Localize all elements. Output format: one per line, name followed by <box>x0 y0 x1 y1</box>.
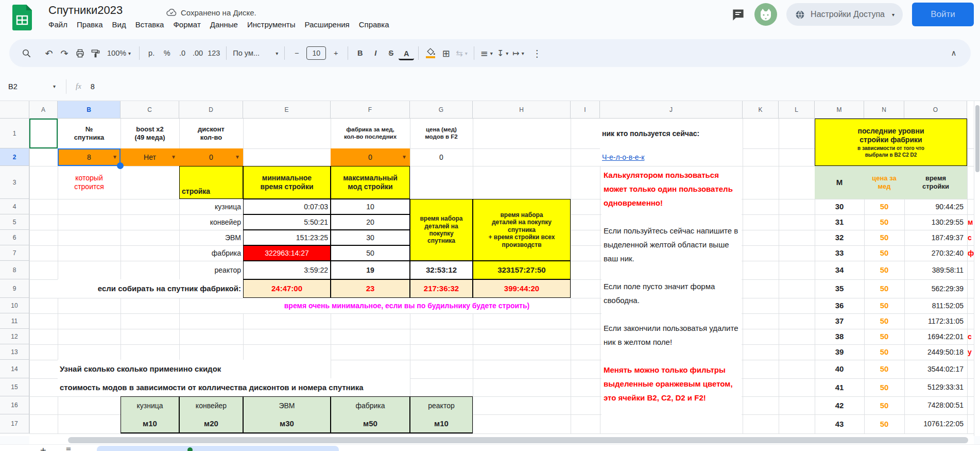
build-time[interactable]: 151:23:25 <box>243 230 331 245</box>
menu-справка[interactable]: Справка <box>354 19 394 30</box>
build-mod[interactable]: 20 <box>331 214 410 230</box>
build-time[interactable]: 3:59:22 <box>243 261 331 279</box>
column-header-E[interactable]: E <box>243 101 331 119</box>
strikethrough-button[interactable]: S <box>383 44 399 62</box>
level-m-41[interactable]: 41 <box>815 378 864 396</box>
document-title[interactable]: Спутники2023 <box>48 4 123 17</box>
menu-правка[interactable]: Правка <box>72 19 108 30</box>
row-header-1[interactable]: 1 <box>0 119 29 148</box>
mods-header-0[interactable]: кузница <box>121 396 179 414</box>
formula-input[interactable]: 8 <box>91 82 95 91</box>
collapse-toolbar-icon[interactable]: ∧ <box>946 44 961 62</box>
level-m-42[interactable]: 42 <box>815 396 864 414</box>
level-time[interactable]: 90:44:25 <box>904 199 967 214</box>
cell-j1-nick-label[interactable]: ник кто пользуется сейчас: <box>600 119 743 148</box>
level-price[interactable]: 50 <box>864 329 904 344</box>
row-header-6[interactable]: 6 <box>0 230 29 245</box>
row-header-17[interactable]: 17 <box>0 414 29 433</box>
level-time[interactable]: 562:29:39 <box>904 279 967 298</box>
level-time[interactable]: 389:58:11 <box>904 261 967 279</box>
cell-f9[interactable]: 23 <box>331 279 410 298</box>
build-time[interactable]: 0:07:03 <box>243 199 331 214</box>
level-time[interactable]: 10761:22:05 <box>904 414 967 433</box>
cell-d3[interactable]: стройка <box>179 166 243 199</box>
selection-fill-handle[interactable] <box>117 162 124 169</box>
paint-format-icon[interactable] <box>88 44 103 62</box>
row-header-3[interactable]: 3 <box>0 166 29 199</box>
build-name-ЭВМ[interactable]: ЭВМ <box>179 230 243 245</box>
level-m-32[interactable]: 32 <box>815 230 864 245</box>
cell-c1[interactable]: boost x2 (49 меда) <box>121 119 179 148</box>
cell-e3[interactable]: минимальное время стройки <box>243 166 331 199</box>
bold-button[interactable]: B <box>352 44 368 62</box>
column-header-I[interactable]: I <box>571 101 600 119</box>
name-box[interactable]: B2 ▾ <box>0 82 61 91</box>
row-header-4[interactable]: 4 <box>0 199 29 214</box>
level-price[interactable]: 50 <box>864 261 904 279</box>
italic-button[interactable]: I <box>368 44 383 62</box>
row-header-8[interactable]: 8 <box>0 261 29 279</box>
level-time[interactable]: 1172:31:05 <box>904 313 967 329</box>
column-header-K[interactable]: K <box>743 101 779 119</box>
cell-e9[interactable]: 24:47:00 <box>243 279 331 298</box>
cell-f3[interactable]: максимальный мод стройки <box>331 166 410 199</box>
column-header-C[interactable]: C <box>121 101 179 119</box>
levels-table-title[interactable]: последние уровни стройки фабрикив зависи… <box>815 119 967 166</box>
build-name-конвейер[interactable]: конвейер <box>179 214 243 230</box>
menu-вставка[interactable]: Вставка <box>131 19 169 30</box>
level-price[interactable]: 50 <box>864 414 904 433</box>
menu-вид[interactable]: Вид <box>108 19 131 30</box>
more-formats-button[interactable]: 123 <box>205 44 222 62</box>
column-header-D[interactable]: D <box>179 101 243 119</box>
cell-d1[interactable]: дисконт кол-во <box>179 119 243 148</box>
level-time[interactable]: 3544:02:17 <box>904 360 967 378</box>
cell-j3-notice-block[interactable]: Калькулятором пользоваться может только … <box>601 168 742 419</box>
level-price[interactable]: 50 <box>864 378 904 396</box>
column-header-H[interactable]: H <box>473 101 571 119</box>
row-header-15[interactable]: 15 <box>0 378 29 396</box>
active-sheet-tab[interactable] <box>97 446 339 451</box>
row-header-13[interactable]: 13 <box>0 344 29 360</box>
cell-b3[interactable]: который строится <box>58 166 121 199</box>
build-mod[interactable]: 10 <box>331 199 410 214</box>
currency-format-button[interactable]: р. <box>144 44 159 62</box>
mods-header-1[interactable]: конвейер <box>179 396 243 414</box>
row-header-2[interactable]: 2 <box>0 148 29 166</box>
percent-format-button[interactable]: % <box>159 44 175 62</box>
build-name-кузница[interactable]: кузница <box>179 199 243 214</box>
row10-note[interactable]: время очень минимальное, если вы по буди… <box>243 298 571 313</box>
cell-g2[interactable]: 0 <box>410 148 473 166</box>
menu-инструменты[interactable]: Инструменты <box>243 19 300 30</box>
level-price[interactable]: 50 <box>864 396 904 414</box>
levels-col-o[interactable]: время стройки <box>904 166 967 199</box>
level-m-40[interactable]: 40 <box>815 360 864 378</box>
font-size-decrease-button[interactable]: − <box>289 44 304 62</box>
level-price[interactable]: 50 <box>864 230 904 245</box>
factory-honey-dropdown[interactable]: 0▼ <box>331 148 410 166</box>
undo-icon[interactable]: ↶ <box>41 44 57 62</box>
level-m-34[interactable]: 34 <box>815 261 864 279</box>
level-m-37[interactable]: 37 <box>815 313 864 329</box>
level-price[interactable]: 50 <box>864 199 904 214</box>
level-m-43[interactable]: 43 <box>815 414 864 433</box>
row15-note[interactable]: стоимость модов в зависимости от колличе… <box>58 378 410 396</box>
column-header-G[interactable]: G <box>410 101 473 119</box>
cell-b1[interactable]: № спутника <box>58 119 121 148</box>
column-header-N[interactable]: N <box>864 101 904 119</box>
column-header-J[interactable]: J <box>600 101 743 119</box>
mods-value-2[interactable]: м30 <box>243 414 331 433</box>
sheets-logo-icon[interactable] <box>12 5 32 30</box>
discount-count-dropdown[interactable]: 0▼ <box>179 148 243 166</box>
mods-value-1[interactable]: м20 <box>179 414 243 433</box>
mods-header-2[interactable]: ЭВМ <box>243 396 331 414</box>
increase-decimal-button[interactable]: .00 <box>190 44 205 62</box>
mods-value-0[interactable]: м10 <box>121 414 179 433</box>
level-time[interactable]: 5129:33:31 <box>904 378 967 396</box>
cell-f1[interactable]: фабрика за мед, кол-во последних <box>331 119 410 148</box>
column-header-O[interactable]: O <box>904 101 967 119</box>
level-price[interactable]: 50 <box>864 279 904 298</box>
cell-g8[interactable]: 32:53:12 <box>410 261 473 279</box>
font-select[interactable]: По ум... ▾ <box>231 44 280 62</box>
column-header-F[interactable]: F <box>331 101 410 119</box>
row-header-12[interactable]: 12 <box>0 329 29 344</box>
